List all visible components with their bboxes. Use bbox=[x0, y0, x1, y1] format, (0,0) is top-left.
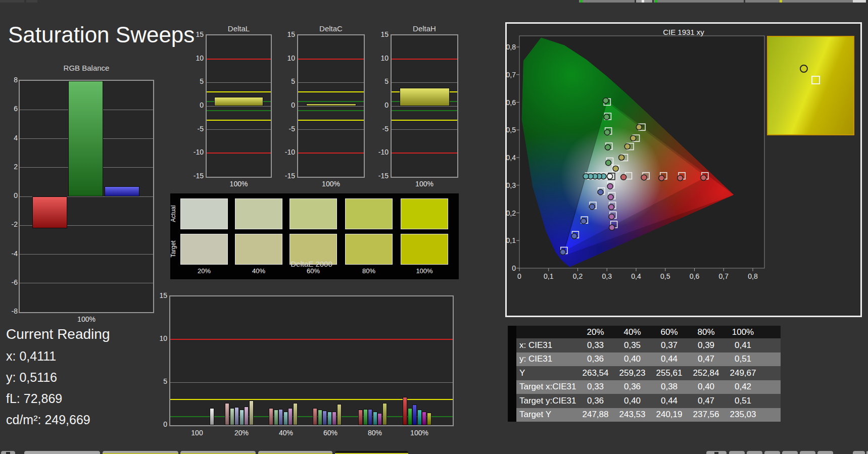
deltae-xtick-label: 60% bbox=[310, 429, 351, 437]
measured-point-magenta bbox=[607, 183, 613, 189]
table-cell: 0,42 bbox=[725, 380, 761, 394]
bottom-tab-selected[interactable] bbox=[335, 451, 408, 454]
table-row: Target x:CIE310,330,360,380,400,42 bbox=[508, 380, 781, 394]
bottom-tab[interactable] bbox=[103, 451, 178, 454]
measured-point-blue bbox=[560, 249, 566, 255]
deltae-xtick-label: 20% bbox=[221, 429, 262, 437]
deltae-bar-40%-0 bbox=[269, 408, 273, 425]
deltae-xtick-label: 80% bbox=[355, 429, 395, 437]
axis-tick-label: 15 bbox=[150, 291, 167, 299]
cie-xtick-label: 0 bbox=[509, 272, 529, 280]
deltae-bar-100-0 bbox=[210, 408, 214, 425]
table-cell: 259,23 bbox=[614, 366, 651, 380]
inset-measured-point bbox=[800, 65, 808, 73]
table-row-filler bbox=[761, 326, 781, 338]
top-tab-fragment[interactable] bbox=[26, 0, 37, 3]
deltae-bar-60%-4 bbox=[332, 412, 336, 425]
bottom-tab[interactable] bbox=[729, 451, 745, 454]
swatch-actual-100% bbox=[401, 198, 448, 229]
limit-line-#1f7a1f bbox=[298, 110, 364, 111]
top-tab-fragment[interactable] bbox=[579, 0, 635, 3]
bottom-tab[interactable] bbox=[817, 451, 833, 454]
axis-tick-label: 10 bbox=[278, 54, 295, 62]
table-cell: 0,44 bbox=[651, 352, 688, 367]
top-tab-fragment[interactable] bbox=[853, 0, 866, 3]
cie-ytick-label: 0,4 bbox=[504, 154, 516, 162]
table-icon-cell bbox=[508, 338, 516, 352]
axis-tick-label: -15 bbox=[186, 172, 204, 180]
swatch-actual-80% bbox=[345, 198, 393, 229]
table-cell: 0,44 bbox=[651, 394, 688, 408]
table-cell: 249,67 bbox=[725, 366, 761, 380]
table-row: y: CIE310,360,400,440,470,51 bbox=[508, 352, 781, 367]
deltae-xtick-label: 100% bbox=[399, 429, 440, 437]
measured-point-red bbox=[659, 175, 664, 181]
cr-fl-value: 72,869 bbox=[24, 391, 62, 406]
measured-point-green bbox=[606, 160, 611, 166]
top-tab-fragment[interactable] bbox=[0, 0, 24, 3]
axis-tick-label: 4 bbox=[1, 134, 18, 142]
deltae-xtick-label: 40% bbox=[266, 429, 306, 437]
delta-l-xlabel: 100% bbox=[206, 180, 272, 188]
current-reading-cdm2: cd/m²: 249,669 bbox=[6, 413, 90, 427]
top-tab-fragment[interactable] bbox=[636, 0, 652, 3]
measured-point-yellow bbox=[624, 144, 630, 149]
axis-tick-label: 2 bbox=[1, 163, 18, 171]
axis-tick-label: 8 bbox=[1, 76, 18, 84]
deltae-bar-40%-4 bbox=[288, 408, 293, 425]
deltae-bar-20%-1 bbox=[230, 408, 234, 425]
delta-bar bbox=[306, 104, 356, 106]
top-tab-fragment[interactable] bbox=[745, 0, 859, 3]
bottom-tab[interactable] bbox=[24, 451, 100, 454]
table-cell: 240,19 bbox=[651, 408, 688, 422]
measured-point-blue bbox=[589, 204, 595, 210]
cie-xtick-label: 0,8 bbox=[743, 272, 763, 280]
deltae-bar-20%-3 bbox=[239, 410, 244, 425]
swatch-actual-60% bbox=[290, 198, 337, 229]
bottom-tab[interactable] bbox=[258, 451, 332, 454]
inset-target-point bbox=[811, 76, 820, 84]
gridline bbox=[20, 283, 153, 283]
bottom-tab[interactable] bbox=[800, 451, 815, 454]
table-icon-cell bbox=[508, 352, 516, 367]
cie-ytick-label: 0,3 bbox=[504, 181, 516, 189]
table-row: Y263,54259,23255,61252,84249,67 bbox=[508, 366, 781, 380]
limit-line-#e8e800 bbox=[392, 120, 457, 121]
bottom-tab[interactable] bbox=[782, 451, 798, 454]
cie-xtick-label: 0,5 bbox=[655, 272, 676, 280]
table-row-label bbox=[516, 326, 577, 338]
table-cell: 0,51 bbox=[725, 352, 761, 367]
table-icon-cell bbox=[508, 326, 516, 338]
delta-h-xlabel: 100% bbox=[391, 180, 458, 188]
swatch-row-label-actual: Actual bbox=[170, 198, 177, 229]
bottom-tab[interactable] bbox=[853, 451, 865, 454]
delta-e-title: DeltaE 2000 bbox=[169, 260, 454, 268]
swatch-actual-20% bbox=[180, 198, 228, 229]
table-row-filler bbox=[761, 394, 781, 408]
current-reading-x: x: 0,4111 bbox=[6, 349, 56, 364]
delta-bar bbox=[400, 88, 450, 106]
measurement-table: 20%40%60%80%100%x: CIE310,330,350,370,39… bbox=[508, 326, 781, 422]
bottom-tab[interactable] bbox=[747, 451, 762, 454]
table-cell: 252,84 bbox=[688, 366, 725, 380]
measured-point-yellow bbox=[613, 166, 618, 171]
table-cell: 0,40 bbox=[688, 380, 725, 394]
bottom-tab[interactable] bbox=[764, 451, 780, 454]
table-icon-cell bbox=[508, 380, 516, 394]
table-row: x: CIE310,330,350,370,390,41 bbox=[508, 338, 781, 352]
bottom-tab[interactable] bbox=[180, 451, 256, 454]
table-row-filler bbox=[761, 338, 781, 352]
measured-point-magenta bbox=[609, 214, 614, 220]
rgb-bar-blue bbox=[105, 186, 139, 196]
table-cell: 0,47 bbox=[688, 394, 725, 408]
gridline bbox=[207, 82, 271, 83]
deltae-bar-40%-5 bbox=[293, 403, 298, 425]
table-cell: 263,54 bbox=[577, 366, 614, 380]
current-reading-y: y: 0,5116 bbox=[6, 370, 57, 385]
page-title: Saturation Sweeps bbox=[8, 22, 195, 47]
limit-line-#d42222 bbox=[298, 153, 364, 154]
tab-color-chip bbox=[780, 0, 782, 3]
limit-line-#d42222 bbox=[392, 153, 457, 154]
measured-point-yellow bbox=[619, 155, 624, 161]
top-tab-fragment[interactable] bbox=[654, 0, 744, 3]
